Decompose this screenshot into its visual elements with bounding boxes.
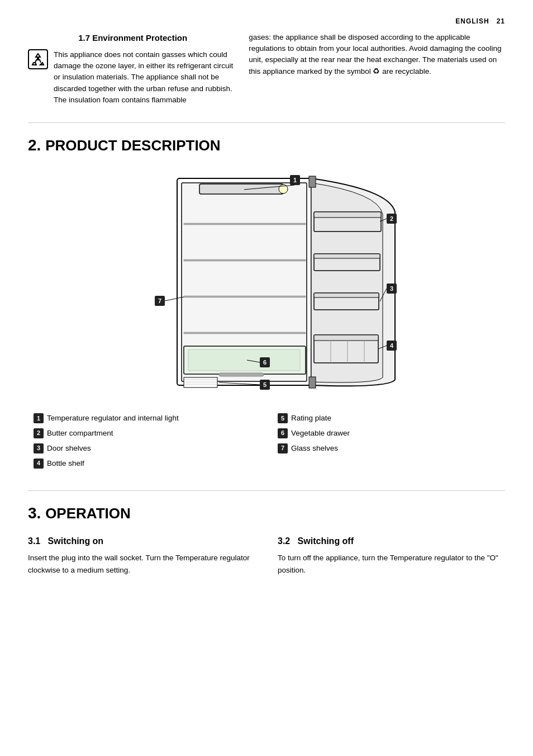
svg-rect-2 bbox=[309, 176, 316, 187]
section-3-number: 3. bbox=[28, 504, 41, 522]
section-31: 3.1 Switching on Insert the plug into th… bbox=[28, 535, 255, 577]
svg-rect-24 bbox=[184, 377, 217, 388]
legend-num-2: 2 bbox=[34, 428, 44, 438]
legend-num-3: 3 bbox=[34, 443, 44, 453]
legend: 1 Temperature regulator and internal lig… bbox=[28, 413, 505, 474]
legend-item-6: 6 Vegetable drawer bbox=[278, 428, 499, 439]
legend-item-7: 7 Glass shelves bbox=[278, 443, 499, 454]
section-3-title: 3. OPERATION bbox=[28, 502, 505, 524]
legend-col-left: 1 Temperature regulator and internal lig… bbox=[34, 413, 255, 474]
svg-rect-7 bbox=[314, 254, 380, 258]
legend-item-5: 5 Rating plate bbox=[278, 413, 499, 424]
legend-num-6: 6 bbox=[278, 428, 288, 438]
svg-text:2: 2 bbox=[390, 215, 393, 222]
subsection-32-title: 3.2 Switching off bbox=[278, 535, 505, 547]
legend-text-1: Temperature regulator and internal light bbox=[47, 413, 179, 424]
section-17-left: 1.7 Environment Protection This applianc… bbox=[28, 32, 237, 106]
subsection-32-title-text: Switching off bbox=[298, 536, 354, 546]
svg-text:4: 4 bbox=[390, 342, 394, 349]
subsection-32-text: To turn off the appliance, turn the Temp… bbox=[278, 552, 505, 576]
page-number: 21 bbox=[497, 17, 505, 26]
section-3-title-text: OPERATION bbox=[45, 505, 131, 522]
legend-text-2: Butter compartment bbox=[47, 428, 113, 439]
section-17-left-text: This appliance does not contain gasses w… bbox=[54, 49, 237, 106]
svg-rect-9 bbox=[314, 293, 379, 297]
svg-rect-3 bbox=[309, 377, 316, 388]
subsection-32-number: 3.2 bbox=[278, 536, 290, 546]
section-17: 1.7 Environment Protection This applianc… bbox=[28, 32, 505, 106]
legend-num-1: 1 bbox=[34, 413, 44, 423]
legend-text-4: Bottle shelf bbox=[47, 459, 84, 469]
legend-col-right: 5 Rating plate 6 Vegetable drawer 7 Glas… bbox=[278, 413, 499, 474]
legend-text-6: Vegetable drawer bbox=[291, 428, 350, 439]
svg-rect-21 bbox=[219, 373, 264, 376]
diagram-container: 1 2 3 4 5 bbox=[28, 167, 505, 402]
page-header: ENGLISH 21 bbox=[28, 17, 505, 26]
divider-2 bbox=[28, 490, 505, 491]
subsection-31-title-text: Switching on bbox=[48, 536, 104, 546]
svg-text:1: 1 bbox=[293, 177, 297, 183]
legend-num-7: 7 bbox=[278, 443, 288, 453]
recycle-icon bbox=[28, 49, 48, 69]
subsection-31-number: 3.1 bbox=[28, 536, 40, 546]
language-label: ENGLISH bbox=[455, 17, 489, 26]
legend-num-5: 5 bbox=[278, 413, 288, 423]
svg-rect-18 bbox=[184, 332, 306, 334]
svg-line-42 bbox=[219, 382, 260, 385]
subsection-31-text: Insert the plug into the wall socket. Tu… bbox=[28, 552, 255, 576]
section-32: 3.2 Switching off To turn off the applia… bbox=[278, 535, 505, 577]
page: ENGLISH 21 1.7 Environment Protection Th… bbox=[0, 0, 533, 756]
legend-item-1: 1 Temperature regulator and internal lig… bbox=[34, 413, 255, 424]
subsection-31-title: 3.1 Switching on bbox=[28, 535, 255, 547]
svg-text:6: 6 bbox=[263, 359, 266, 366]
svg-rect-15 bbox=[184, 223, 306, 225]
svg-text:7: 7 bbox=[158, 297, 161, 304]
legend-text-3: Door shelves bbox=[47, 443, 91, 454]
section-3-cols: 3.1 Switching on Insert the plug into th… bbox=[28, 535, 505, 577]
svg-text:3: 3 bbox=[390, 285, 393, 292]
svg-rect-22 bbox=[199, 184, 283, 194]
legend-text-7: Glass shelves bbox=[291, 443, 338, 454]
section-2: 2. PRODUCT DESCRIPTION bbox=[28, 134, 505, 474]
section-17-right-text: gases: the appliance shall be disposed a… bbox=[249, 32, 505, 106]
svg-rect-11 bbox=[314, 335, 378, 341]
divider-1 bbox=[28, 122, 505, 123]
svg-rect-5 bbox=[314, 212, 381, 218]
svg-line-48 bbox=[165, 297, 184, 301]
section-2-title-text: PRODUCT DESCRIPTION bbox=[45, 137, 220, 154]
section-2-title: 2. PRODUCT DESCRIPTION bbox=[28, 134, 505, 156]
legend-item-2: 2 Butter compartment bbox=[34, 428, 255, 439]
svg-text:5: 5 bbox=[263, 381, 266, 388]
svg-rect-20 bbox=[188, 349, 300, 371]
svg-rect-17 bbox=[184, 296, 306, 297]
legend-item-3: 3 Door shelves bbox=[34, 443, 255, 454]
env-content: This appliance does not contain gasses w… bbox=[28, 49, 237, 106]
svg-rect-16 bbox=[184, 259, 306, 261]
section-2-number: 2. bbox=[28, 136, 41, 154]
legend-item-4: 4 Bottle shelf bbox=[34, 459, 255, 469]
legend-text-5: Rating plate bbox=[291, 413, 331, 424]
section-3: 3. OPERATION 3.1 Switching on Insert the… bbox=[28, 502, 505, 577]
legend-num-4: 4 bbox=[34, 459, 44, 469]
refrigerator-diagram: 1 2 3 4 5 bbox=[121, 167, 412, 402]
section-17-title: 1.7 Environment Protection bbox=[28, 32, 237, 44]
